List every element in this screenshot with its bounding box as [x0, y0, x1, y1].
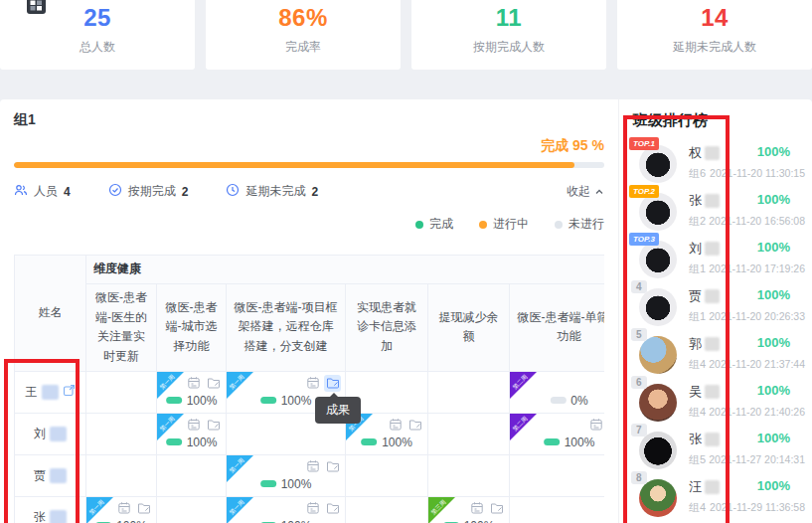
clock-icon [226, 183, 245, 200]
task-cell [346, 496, 428, 523]
avatar [639, 432, 677, 469]
task-cell [510, 454, 605, 496]
schedule-icon[interactable] [185, 375, 202, 392]
ranking-list-item[interactable]: TOP.3刘组1100%2021-11-20 17:19:26 [633, 236, 812, 283]
cell-actions [587, 417, 604, 434]
task-cell [510, 496, 605, 523]
percent-text: 100% [382, 436, 412, 449]
meta-label: 按期完成 [128, 183, 176, 200]
rank-timestamp: 2021-11-20 11:30:15 [710, 167, 805, 179]
progress-pill-row: 100% [260, 477, 312, 491]
task-table: 姓名 维度健康 微医-患者端-医生的关注量实时更新微医-患者端-城市选择功能微医… [14, 255, 604, 523]
rank-percent: 100% [757, 240, 790, 255]
schedule-icon[interactable] [587, 417, 604, 434]
ranking-list-item[interactable]: 4贾组1100%2021-11-20 20:26:33 [633, 283, 812, 331]
legend-dot [415, 221, 423, 229]
schedule-icon[interactable] [115, 500, 132, 517]
results-icon[interactable] [205, 375, 222, 392]
rank-percent: 100% [757, 478, 790, 493]
task-cell: 第二周0% [510, 371, 605, 413]
ranking-list-item[interactable]: TOP.1权组6100%2021-11-20 11:30:15 [633, 140, 812, 188]
ranking-list-item[interactable]: 8汪组4100%2021-11-29 11:36:58 [633, 474, 812, 522]
table-row: 张第一周100%第一周100%第三周100% [15, 496, 605, 523]
rank-timestamp: 2021-11-20 21:37:44 [709, 358, 805, 370]
results-icon[interactable] [324, 500, 341, 517]
rank-name-text: 汪 [689, 478, 702, 496]
rank-name-text: 张 [689, 192, 702, 210]
status-pill [260, 397, 276, 404]
legend-item-未进行: 未进行 [555, 216, 604, 233]
task-cell: 第三周100% [428, 496, 510, 523]
progress-pill-row: 100% [166, 394, 218, 408]
meta-label: 延期未完成 [245, 183, 305, 200]
ranking-list-item[interactable]: 6吴组4100%2021-11-20 21:40:26 [633, 379, 812, 427]
results-icon[interactable] [135, 500, 152, 517]
legend-item-完成: 完成 [415, 216, 453, 233]
meta-count: 4 [64, 185, 71, 199]
cell-actions [304, 500, 341, 517]
task-column-header-0: 微医-患者端-医生的关注量实时更新 [86, 283, 157, 371]
rank-name-redaction [705, 480, 720, 494]
complete-value: 95 % [572, 137, 604, 153]
rank-group: 组2 [689, 214, 706, 229]
legend-item-进行中: 进行中 [479, 216, 529, 233]
ranking-list: TOP.1权组6100%2021-11-20 11:30:15TOP.2张组21… [633, 140, 812, 522]
rank-badge: 8 [631, 471, 647, 484]
progress-pill-row: 100% [544, 436, 595, 449]
meta-item-人员: 人员4 [14, 183, 71, 200]
stat-card-1: 86%完成率 [206, 0, 401, 70]
schedule-icon[interactable] [185, 417, 202, 434]
stat-card-3: 14延期未完成人数 [617, 0, 812, 70]
status-pill [166, 397, 182, 404]
ranking-list-item[interactable]: 5郭组4100%2021-11-20 21:37:44 [633, 331, 812, 379]
rank-name-redaction [705, 242, 720, 256]
avatar [639, 193, 677, 231]
rank-name: 汪 [689, 478, 720, 496]
rank-badge: 4 [631, 280, 647, 293]
group-title: 组1 [14, 111, 604, 129]
rank-timestamp: 2021-11-29 11:36:58 [710, 501, 805, 513]
student-name-cell: 贾 [15, 454, 86, 496]
task-cell [157, 496, 227, 523]
stats-row: 25总人数86%完成率11按期完成人数14延期未完成人数 [0, 0, 812, 70]
student-name-cell: 张 [15, 496, 86, 523]
results-icon[interactable] [324, 458, 341, 475]
schedule-icon[interactable] [304, 500, 321, 517]
table-row: 王第一周100%第一周100%成果第二周0% [15, 371, 605, 413]
results-icon[interactable] [205, 417, 222, 434]
task-header-row: 微医-患者端-医生的关注量实时更新微医-患者端-城市选择功能微医-患者端-项目框… [15, 283, 605, 371]
task-column-header-1: 微医-患者端-城市选择功能 [157, 283, 227, 371]
rank-group: 组4 [689, 357, 706, 372]
status-pill [260, 480, 276, 487]
results-icon[interactable] [406, 417, 423, 434]
task-column-header-4: 提现减少余额 [428, 283, 510, 371]
open-detail-icon[interactable] [63, 384, 76, 400]
ranking-list-item[interactable]: 7张组5100%2021-11-27 20:14:31 [633, 427, 812, 474]
schedule-icon[interactable] [387, 417, 404, 434]
student-name-cell: 王 [15, 371, 86, 413]
chevron-up-icon [594, 187, 604, 197]
dimension-header: 维度健康 [86, 256, 605, 284]
schedule-icon[interactable] [304, 458, 321, 475]
status-pill [544, 438, 560, 445]
check-circle-icon [108, 183, 128, 200]
stat-label: 按期完成人数 [411, 39, 606, 56]
student-name-cell: 刘 [15, 413, 86, 454]
student-name: 王 [26, 384, 76, 401]
avatar [639, 288, 677, 326]
collapse-button[interactable]: 收起 [567, 183, 604, 200]
legend-label: 完成 [429, 216, 453, 233]
schedule-icon[interactable] [304, 375, 321, 392]
results-icon[interactable] [488, 500, 505, 517]
ranking-list-item[interactable]: TOP.2张组2100%2021-11-20 16:56:08 [633, 188, 812, 236]
student-name: 张 [34, 509, 67, 523]
task-cell [428, 413, 510, 454]
schedule-icon[interactable] [468, 500, 485, 517]
task-cell [346, 454, 428, 496]
rank-badge: 5 [631, 328, 647, 341]
rank-name: 张 [689, 431, 720, 448]
rank-name: 郭 [689, 335, 720, 353]
percent-text: 100% [187, 436, 218, 449]
rank-name-redaction [705, 194, 720, 208]
screenshot-tool-icon[interactable] [27, 0, 46, 14]
